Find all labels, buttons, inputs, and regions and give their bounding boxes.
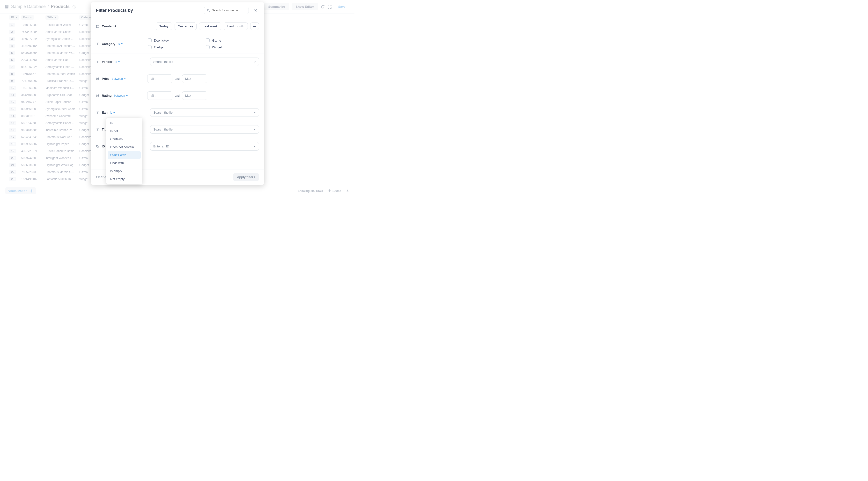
visualization-button[interactable]: Visualization xyxy=(5,187,36,194)
chevron-down-icon xyxy=(126,95,128,97)
check-widget[interactable]: Widget xyxy=(206,45,259,49)
field-category: Category xyxy=(102,42,115,46)
fullscreen-icon[interactable] xyxy=(328,5,332,9)
rating-max[interactable]: Max xyxy=(182,91,207,100)
number-icon xyxy=(96,94,99,97)
col-header-title[interactable]: Title xyxy=(45,15,59,20)
field-price: Price xyxy=(102,77,110,81)
price-min[interactable]: Min xyxy=(147,74,173,83)
svg-rect-5 xyxy=(96,25,99,28)
dropdown-item[interactable]: Does not contain xyxy=(108,143,141,151)
save-button[interactable]: Save xyxy=(334,3,350,10)
chevron-down-icon xyxy=(253,128,256,131)
op-vendor[interactable]: is xyxy=(115,60,120,64)
text-icon xyxy=(96,128,99,131)
chevron-down-icon xyxy=(55,17,57,19)
dropdown-item[interactable]: Starts with xyxy=(108,151,141,159)
chevron-down-icon xyxy=(253,145,256,148)
info-icon[interactable]: i xyxy=(72,5,76,8)
field-ean: Ean xyxy=(102,111,107,114)
close-icon[interactable] xyxy=(252,7,259,14)
chevron-down-icon xyxy=(253,111,256,114)
check-gadget[interactable]: Gadget xyxy=(148,45,201,49)
field-id: ID xyxy=(102,145,105,148)
chip-last-month[interactable]: Last month xyxy=(224,23,248,30)
chevron-down-icon xyxy=(121,43,123,45)
dropdown-item[interactable]: Contains xyxy=(108,135,141,143)
check-doohickey[interactable]: Doohickey xyxy=(148,38,201,42)
and-label: and xyxy=(175,77,180,81)
vendor-select[interactable]: Search the list xyxy=(150,58,259,66)
price-max[interactable]: Max xyxy=(182,74,207,83)
op-category[interactable]: is xyxy=(118,42,123,45)
text-icon xyxy=(96,111,99,114)
chip-more[interactable]: ••• xyxy=(250,23,259,30)
chevron-down-icon xyxy=(253,61,256,63)
text-icon xyxy=(96,60,99,64)
col-header-id[interactable]: ID xyxy=(9,15,19,20)
ean-select[interactable]: Search the list xyxy=(150,108,259,117)
chevron-down-icon xyxy=(113,112,115,114)
breadcrumb-table[interactable]: Products xyxy=(51,4,70,9)
svg-rect-1 xyxy=(5,6,8,7)
chip-yesterday[interactable]: Yesterday xyxy=(175,23,196,30)
breadcrumb-sep: / xyxy=(48,4,49,9)
chevron-down-icon xyxy=(16,17,18,19)
svg-point-3 xyxy=(31,190,32,191)
dropdown-item[interactable]: Not empty xyxy=(108,175,141,183)
field-created-at: Created At xyxy=(102,24,118,28)
refresh-icon[interactable] xyxy=(320,5,325,9)
op-price[interactable]: between xyxy=(112,77,126,81)
column-search-input[interactable] xyxy=(212,9,246,12)
tag-icon xyxy=(96,145,99,148)
chevron-down-icon xyxy=(118,61,120,63)
breadcrumb[interactable]: Sample Database / Products i xyxy=(11,4,76,9)
check-gizmo[interactable]: Gizmo xyxy=(206,38,259,42)
rating-min[interactable]: Min xyxy=(147,91,173,100)
svg-point-6 xyxy=(97,146,97,146)
field-rating: Rating xyxy=(102,94,112,97)
query-time: 136ms xyxy=(328,189,341,193)
dropdown-item[interactable]: Ends with xyxy=(108,159,141,167)
breadcrumb-db[interactable]: Sample Database xyxy=(11,4,46,9)
op-ean[interactable]: is xyxy=(110,111,115,114)
op-rating[interactable]: between xyxy=(114,94,128,97)
operator-dropdown: IsIs notContainsDoes not containStarts w… xyxy=(106,118,142,185)
calendar-icon xyxy=(96,25,99,28)
chip-last-week[interactable]: Last week xyxy=(199,23,221,30)
chevron-down-icon xyxy=(30,17,32,19)
dropdown-item[interactable]: Is empty xyxy=(108,167,141,175)
chip-today[interactable]: Today xyxy=(156,23,172,30)
row-count: Showing 200 rows xyxy=(298,189,323,193)
summarize-button[interactable]: Summarize xyxy=(264,3,289,10)
and-label: and xyxy=(175,94,180,97)
text-icon xyxy=(96,42,99,45)
id-select[interactable]: Enter an ID xyxy=(150,142,259,151)
svg-rect-0 xyxy=(5,5,8,6)
col-header-ean[interactable]: Ean xyxy=(21,15,34,20)
chevron-down-icon xyxy=(124,78,126,80)
bolt-icon xyxy=(328,189,331,192)
search-icon xyxy=(207,9,210,12)
number-icon xyxy=(96,77,99,81)
dropdown-item[interactable]: Is xyxy=(108,119,141,127)
field-vendor: Vendor xyxy=(102,60,113,64)
show-editor-button[interactable]: Show Editor xyxy=(291,3,318,10)
dropdown-item[interactable]: Is not xyxy=(108,127,141,135)
download-icon[interactable] xyxy=(346,189,349,192)
gear-icon[interactable] xyxy=(30,189,33,193)
svg-rect-2 xyxy=(5,7,8,8)
title-select[interactable]: Search the list xyxy=(150,125,259,134)
column-search[interactable] xyxy=(204,7,249,14)
database-icon xyxy=(5,5,9,9)
svg-point-4 xyxy=(208,9,209,11)
apply-filters-button[interactable]: Apply filters xyxy=(233,173,259,181)
modal-title: Filter Products by xyxy=(96,8,133,13)
